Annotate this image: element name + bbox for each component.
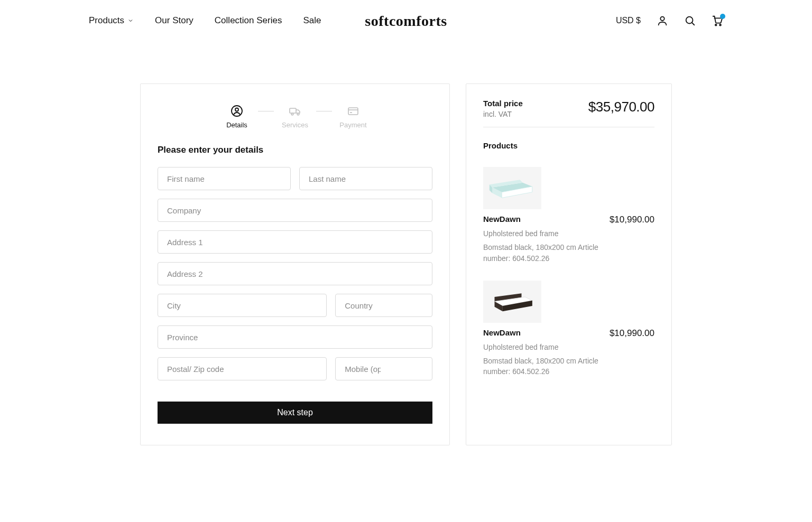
chevron-down-icon <box>127 17 134 24</box>
postal-input[interactable] <box>166 364 318 374</box>
details-panel: Details Services Payment Please enter yo… <box>140 83 450 445</box>
step-services[interactable]: Services <box>274 104 316 129</box>
nav-collection[interactable]: Collection Series <box>215 15 282 26</box>
province-input[interactable] <box>166 332 424 342</box>
svg-line-2 <box>692 23 694 25</box>
nav-products-label: Products <box>89 15 124 26</box>
bed-illustration-icon <box>490 287 535 316</box>
total-price-label: Total price <box>483 99 523 108</box>
account-button[interactable] <box>657 15 668 26</box>
mobile-input[interactable] <box>344 364 382 374</box>
province-field[interactable] <box>158 325 432 349</box>
svg-point-8 <box>291 113 293 115</box>
product-price: $10,990.00 <box>610 215 654 225</box>
product-name: NewDawn <box>483 328 521 337</box>
step-separator <box>316 111 332 111</box>
step-details-label: Details <box>226 121 247 129</box>
search-button[interactable] <box>684 15 696 26</box>
primary-nav: Products Our Story Collection Series Sal… <box>89 15 321 26</box>
step-services-label: Services <box>282 121 308 129</box>
first-name-field[interactable] <box>158 167 291 190</box>
summary-product: NewDawn $10,990.00 Upholstered bed frame… <box>483 281 654 377</box>
step-payment[interactable]: Payment <box>332 104 374 129</box>
svg-point-9 <box>297 113 299 115</box>
product-detail: Bomstad black, 180x200 cm Article number… <box>483 356 599 377</box>
address1-field[interactable] <box>158 230 432 254</box>
user-circle-icon <box>230 104 244 118</box>
svg-point-6 <box>235 108 238 111</box>
product-name: NewDawn <box>483 215 521 223</box>
brand-logo[interactable]: softcomforts <box>365 13 447 30</box>
nav-our-story-label: Our Story <box>155 15 193 26</box>
cart-indicator-dot <box>720 14 725 19</box>
country-field[interactable] <box>335 294 432 317</box>
total-vat-label: incl. VAT <box>483 110 523 118</box>
product-thumbnail <box>483 167 541 209</box>
search-icon <box>684 15 696 26</box>
svg-rect-10 <box>348 108 358 115</box>
svg-point-0 <box>660 17 664 21</box>
nav-collection-label: Collection Series <box>215 15 282 26</box>
product-subtitle: Upholstered bed frame <box>483 342 654 352</box>
truck-icon <box>288 104 302 118</box>
address2-input[interactable] <box>166 269 424 279</box>
company-field[interactable] <box>158 199 432 222</box>
products-title: Products <box>483 141 654 150</box>
country-input[interactable] <box>344 301 424 311</box>
step-payment-label: Payment <box>339 121 366 129</box>
mobile-field[interactable] <box>335 357 432 380</box>
next-step-button[interactable]: Next step <box>158 402 432 424</box>
total-amount: $35,970.00 <box>588 99 654 115</box>
first-name-input[interactable] <box>166 174 282 184</box>
postal-field[interactable] <box>158 357 327 380</box>
city-input[interactable] <box>166 301 318 311</box>
address2-field[interactable] <box>158 262 432 285</box>
company-input[interactable] <box>166 206 424 216</box>
total-row: Total price incl. VAT $35,970.00 <box>483 99 654 127</box>
svg-point-3 <box>715 24 717 26</box>
product-thumbnail <box>483 281 541 323</box>
summary-product: NewDawn $10,990.00 Upholstered bed frame… <box>483 167 654 264</box>
address1-input[interactable] <box>166 237 424 247</box>
last-name-field[interactable] <box>299 167 432 190</box>
bed-illustration-icon <box>488 174 536 203</box>
checkout-stepper: Details Services Payment <box>158 104 432 129</box>
user-icon <box>657 15 668 26</box>
cart-button[interactable] <box>712 15 723 26</box>
nav-our-story[interactable]: Our Story <box>155 15 193 26</box>
nav-sale[interactable]: Sale <box>303 15 321 26</box>
step-details[interactable]: Details <box>216 104 258 129</box>
currency-selector[interactable]: USD $ <box>616 16 641 25</box>
svg-point-4 <box>719 24 721 26</box>
header-actions: USD $ <box>616 15 723 26</box>
step-separator <box>258 111 274 111</box>
product-price: $10,990.00 <box>610 328 654 339</box>
order-summary-panel: Total price incl. VAT $35,970.00 Product… <box>466 83 672 445</box>
city-field[interactable] <box>158 294 327 317</box>
form-title: Please enter your details <box>158 145 432 155</box>
product-subtitle: Upholstered bed frame <box>483 228 654 239</box>
credit-card-icon <box>346 104 360 118</box>
product-detail: Bomstad black, 180x200 cm Article number… <box>483 242 599 264</box>
nav-products[interactable]: Products <box>89 15 134 26</box>
nav-sale-label: Sale <box>303 15 321 26</box>
site-header: Products Our Story Collection Series Sal… <box>0 0 812 41</box>
checkout-main: Details Services Payment Please enter yo… <box>0 83 812 445</box>
last-name-input[interactable] <box>308 174 424 184</box>
svg-rect-7 <box>290 108 296 113</box>
